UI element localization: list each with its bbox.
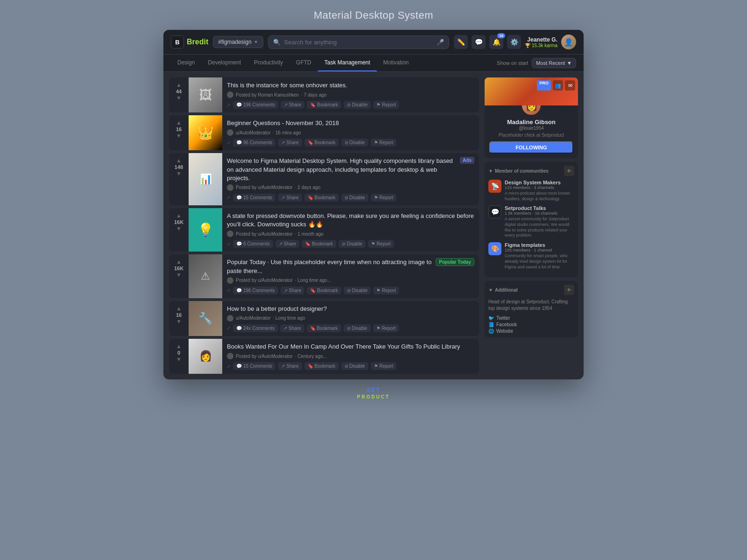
disable-button[interactable]: ⊘ Disable: [341, 194, 368, 202]
community-name[interactable]: Figma templates: [505, 242, 574, 248]
upvote-button[interactable]: ▲: [176, 120, 182, 126]
share-button[interactable]: ↗ Share: [278, 362, 302, 370]
expand-icon[interactable]: ⤢: [227, 326, 231, 330]
comments-button[interactable]: 💬 6 Comments: [233, 240, 273, 248]
disable-button[interactable]: ⊘ Disable: [344, 101, 371, 109]
bookmark-button[interactable]: 🔖 Bookmark: [304, 362, 339, 370]
vote-count: 16K: [174, 266, 183, 271]
post-title[interactable]: This is the instance for some onhover st…: [227, 81, 474, 90]
community-name[interactable]: Design System Makers: [505, 180, 574, 185]
expand-icon[interactable]: ⤢: [227, 103, 231, 107]
nav-tabs: Design Development Productivity GFTD Tas…: [171, 55, 497, 71]
expand-icon[interactable]: ⤢: [227, 288, 231, 293]
downvote-button[interactable]: ▼: [176, 226, 182, 231]
report-button[interactable]: ⚑ Report: [371, 362, 397, 370]
notifications-button[interactable]: 🔔 16: [489, 35, 503, 49]
upvote-button[interactable]: ▲: [176, 306, 182, 311]
expand-icon[interactable]: ⤢: [227, 364, 231, 369]
bookmark-button[interactable]: 🔖 Bookmark: [302, 240, 336, 248]
communities-settings-button[interactable]: 👁: [564, 166, 574, 176]
bookmark-button[interactable]: 🔖 Bookmark: [304, 139, 339, 147]
tab-task-management[interactable]: Task Management: [318, 55, 377, 71]
tab-development[interactable]: Development: [201, 55, 247, 71]
show-on-start-label: Show on start: [497, 60, 528, 66]
add-friend-button[interactable]: 👥: [553, 80, 563, 91]
profile-card: PRO 👥 ✉ 👩 Madaline Gibson @louie1954 Pla…: [485, 77, 578, 158]
comment-icon: 💬: [236, 364, 242, 369]
upvote-button[interactable]: ▲: [176, 343, 182, 349]
post-title[interactable]: A state for pressed downvote button. Ple…: [227, 212, 474, 229]
twitter-link[interactable]: 🐦 Twitter: [488, 315, 574, 321]
comments-button[interactable]: 💬 24x Comments: [233, 324, 278, 332]
downvote-button[interactable]: ▼: [176, 133, 182, 139]
bookmark-button[interactable]: 🔖 Bookmark: [307, 101, 341, 109]
share-button[interactable]: ↗ Share: [280, 324, 304, 332]
share-button[interactable]: ↗ Share: [281, 101, 304, 109]
community-name[interactable]: Setproduct Talks: [505, 205, 574, 211]
comments-button[interactable]: 💬 96 Comments: [233, 139, 275, 147]
tab-productivity[interactable]: Productivity: [247, 55, 289, 71]
message-button[interactable]: ✉: [565, 80, 575, 91]
disable-button[interactable]: ⊘ Disable: [344, 287, 371, 294]
tab-design[interactable]: Design: [171, 55, 201, 71]
tab-gftd[interactable]: GFTD: [289, 55, 318, 71]
post-title[interactable]: Books Wanted For Our Men In Camp And Ove…: [227, 343, 474, 351]
additional-settings-button[interactable]: 👁: [564, 285, 574, 295]
upvote-button[interactable]: ▲: [176, 213, 182, 218]
report-button[interactable]: ⚑ Report: [371, 139, 397, 147]
report-button[interactable]: ⚑ Report: [373, 287, 399, 294]
comments-button[interactable]: 💬 15 Comments: [233, 194, 275, 202]
follow-button[interactable]: FOLLOWING: [489, 141, 573, 154]
chevron-down-icon: ▼: [488, 168, 493, 174]
post-title[interactable]: How to be a better product designer?: [227, 305, 474, 313]
share-button[interactable]: ↗ Share: [278, 194, 302, 202]
upvote-button[interactable]: ▲: [176, 158, 182, 163]
sort-dropdown[interactable]: Most Recent ▼: [532, 58, 576, 68]
report-button[interactable]: ⚑ Report: [373, 101, 399, 109]
post-title[interactable]: Beginner Questions - November 30, 2018: [227, 119, 474, 127]
disable-button[interactable]: ⊘ Disable: [341, 362, 368, 370]
disable-button[interactable]: ⊘ Disable: [338, 240, 366, 248]
downvote-button[interactable]: ▼: [176, 95, 182, 101]
author-avatar: [227, 277, 233, 284]
table-row: ▲ 16K ▼ 💡 A state for pressed downvote b…: [169, 208, 479, 252]
website-link[interactable]: 🌐 Website: [488, 329, 574, 334]
share-button[interactable]: ↗ Share: [275, 240, 299, 248]
mic-icon[interactable]: 🎤: [437, 39, 444, 46]
bookmark-button[interactable]: 🔖 Bookmark: [307, 287, 341, 294]
disable-button[interactable]: ⊘ Disable: [344, 324, 371, 332]
post-title[interactable]: Popular Today · Use this placeholder eve…: [227, 258, 433, 275]
upvote-button[interactable]: ▲: [176, 259, 182, 265]
search-input[interactable]: [284, 39, 433, 46]
settings-button[interactable]: ⚙️: [507, 35, 521, 49]
tab-motivation[interactable]: Motivation: [377, 55, 416, 71]
bookmark-button[interactable]: 🔖 Bookmark: [304, 194, 339, 202]
expand-icon[interactable]: ⤢: [227, 195, 231, 200]
downvote-button[interactable]: ▼: [176, 171, 182, 176]
bookmark-button[interactable]: 🔖 Bookmark: [307, 324, 341, 332]
comments-button[interactable]: 💬 15 Comments: [233, 362, 275, 370]
expand-icon[interactable]: ⤢: [227, 140, 231, 145]
post-thumbnail: 👩: [189, 339, 222, 374]
disable-button[interactable]: ⊘ Disable: [341, 139, 368, 147]
downvote-button[interactable]: ▼: [176, 357, 182, 362]
downvote-button[interactable]: ▼: [176, 272, 182, 278]
post-title[interactable]: Welcome to Figma Material Desktop System…: [227, 157, 457, 182]
edit-button[interactable]: ✏️: [454, 35, 468, 49]
report-button[interactable]: ⚑ Report: [371, 194, 397, 202]
share-button[interactable]: ↗ Share: [281, 287, 304, 294]
comments-button[interactable]: 💬 196 Comments: [233, 287, 278, 294]
downvote-button[interactable]: ▼: [176, 319, 182, 324]
expand-icon[interactable]: ⤢: [227, 242, 231, 246]
subreddit-dropdown[interactable]: #figmadesign ▼: [213, 36, 263, 48]
share-button[interactable]: ↗ Share: [278, 139, 302, 147]
user-area[interactable]: Jeanette G. 🏆 15.3k karma 👤: [525, 35, 576, 49]
report-button[interactable]: ⚑ Report: [373, 324, 399, 332]
post-time: · 16 mins ago: [273, 130, 301, 135]
facebook-link[interactable]: 📘 Facebook: [488, 322, 574, 327]
comments-button[interactable]: 💬 196 Comments: [233, 101, 278, 109]
author-avatar: [227, 129, 233, 136]
messages-button[interactable]: 💬: [472, 35, 486, 49]
upvote-button[interactable]: ▲: [176, 82, 182, 88]
report-button[interactable]: ⚑ Report: [368, 240, 394, 248]
